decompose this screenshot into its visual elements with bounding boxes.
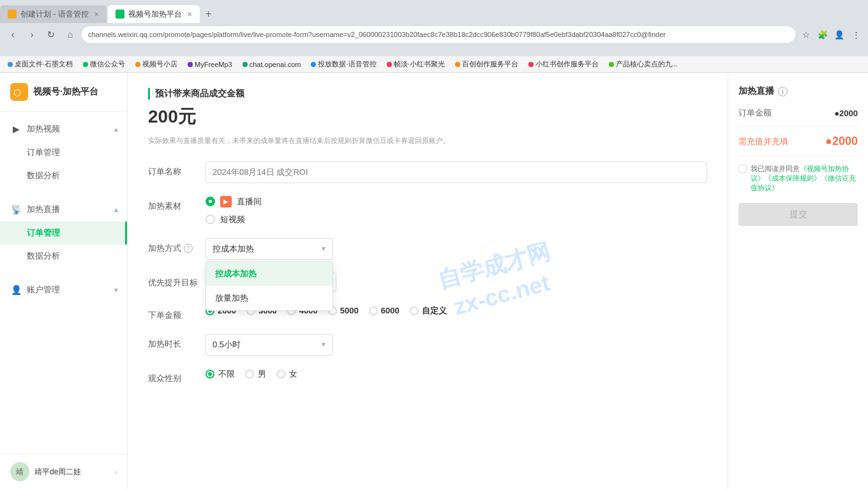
- logo-icon: ⬡: [10, 83, 28, 101]
- gender-label-female: 女: [289, 368, 297, 380]
- material-short-video-radio[interactable]: [206, 214, 215, 224]
- sidebar-item-heat-live[interactable]: 📡 加热直播 ▲: [0, 197, 127, 222]
- tab-close-2[interactable]: ✕: [187, 11, 192, 18]
- tab-favicon-2: [116, 10, 124, 19]
- bookmark-4[interactable]: chat.openai.com: [240, 59, 304, 70]
- duration-label: 加热时长: [148, 334, 206, 350]
- sidebar-sub-label-data-live: 数据分析: [27, 251, 60, 260]
- order-name-input[interactable]: [206, 162, 707, 183]
- live-material-icon: ▶: [220, 196, 232, 207]
- gender-female[interactable]: 女: [276, 368, 297, 380]
- sidebar-sub-order-mgmt-video[interactable]: 订单管理: [0, 141, 127, 164]
- submit-button[interactable]: 提交: [738, 203, 858, 226]
- bookmark-3[interactable]: MyFreeMp3: [185, 59, 235, 70]
- chevron-up-live-icon: ▲: [113, 206, 119, 213]
- content-wrapper: 预计带来商品成交金额 200元 实际效果与直播质量有关，未带来的成单量将在直播结…: [128, 73, 868, 489]
- bookmark-dot-8: [528, 62, 534, 67]
- extension-icon[interactable]: 🧩: [816, 27, 830, 41]
- heat-method-info-icon[interactable]: ?: [184, 244, 193, 253]
- amount-label-custom: 自定义: [422, 305, 447, 317]
- url-text: channels.weixin.qq.com/promote/pages/pla…: [88, 31, 666, 38]
- right-order-amount-value: ●2000: [834, 109, 858, 118]
- dropdown-volume[interactable]: 放量加热: [206, 286, 333, 310]
- gender-options: 不限 男 女: [206, 368, 707, 380]
- bookmark-7[interactable]: 百创创作服务平台: [453, 58, 521, 70]
- forward-button[interactable]: ›: [24, 27, 40, 42]
- sidebar-sub-order-mgmt-live[interactable]: 订单管理: [0, 222, 127, 244]
- amount-radio-custom[interactable]: [410, 306, 419, 315]
- sidebar-item-heat-video[interactable]: ▶ 加热视频 ▲: [0, 117, 127, 141]
- new-tab-button[interactable]: +: [200, 5, 218, 23]
- tab-2[interactable]: 视频号加热平台 ✕: [108, 5, 200, 23]
- gender-label-no-limit: 不限: [218, 368, 235, 380]
- order-name-row: 订单名称: [148, 162, 707, 183]
- bookmark-5[interactable]: 投放数据·语音管控: [308, 58, 378, 70]
- material-live-label: 直播间: [237, 196, 262, 207]
- dropdown-cost-control[interactable]: 控成本加热: [206, 262, 333, 286]
- chevron-right-user-icon: ›: [115, 469, 117, 476]
- bookmark-8[interactable]: 小红书创作服务平台: [526, 58, 601, 70]
- right-panel-recharge-row: 需充值并充填 ●2000: [738, 135, 858, 148]
- chevron-down-duration-icon: ▼: [320, 341, 327, 348]
- right-panel: 加热直播 i 订单金额 ●2000 需充值并充填 ●2000 我已阅读并同意《视…: [728, 73, 868, 489]
- url-input[interactable]: channels.weixin.qq.com/promote/pages/pla…: [82, 26, 795, 43]
- bookmark-1[interactable]: 微信公众号: [80, 58, 128, 70]
- bookmark-label-7: 百创创作服务平台: [462, 59, 518, 69]
- bookmark-label-2: 视频号小店: [142, 59, 177, 69]
- bookmark-label-3: MyFreeMp3: [195, 61, 232, 68]
- heat-method-row: 加热方式 ? 控成本加热 ▼ 控成本加热 放量加热: [148, 238, 707, 260]
- material-label: 加热素材: [148, 196, 206, 212]
- bookmark-dot-9: [609, 62, 614, 67]
- material-short-video-option[interactable]: 短视频: [206, 214, 707, 225]
- material-options: ▶ 直播间 短视频: [206, 196, 707, 225]
- amount-radio-6000[interactable]: [369, 306, 378, 315]
- avatar-text: 靖: [16, 467, 24, 478]
- tab-close-1[interactable]: ✕: [94, 11, 99, 18]
- gender-radio-no-limit[interactable]: [206, 370, 214, 379]
- bookmark-label-5: 投放数据·语音管控: [318, 59, 376, 69]
- right-panel-title: 加热直播 i: [738, 86, 858, 97]
- sidebar: ⬡ 视频号·加热平台 ▶ 加热视频 ▲ 订单管理 数据分析 📡 加热直播 ▲: [0, 73, 128, 489]
- amount-label-5000: 5000: [340, 306, 359, 315]
- agreement-link-2[interactable]: 《成本保障规则》: [765, 174, 821, 182]
- material-live-radio[interactable]: [206, 197, 215, 206]
- bookmark-dot-2: [135, 62, 140, 67]
- agreement-checkbox[interactable]: [738, 165, 747, 173]
- bookmark-6[interactable]: 帧淡·小红书聚光: [384, 58, 447, 70]
- amount-option-custom[interactable]: 自定义: [410, 305, 447, 317]
- right-divider-2: [738, 156, 858, 156]
- bookmark-2[interactable]: 视频号小店: [133, 58, 180, 70]
- back-button[interactable]: ‹: [5, 27, 20, 42]
- gender-radio-male[interactable]: [245, 370, 254, 379]
- bookmark-dot-4: [243, 62, 248, 67]
- heat-method-select[interactable]: 控成本加热 ▼: [206, 238, 333, 260]
- material-live-option[interactable]: ▶ 直播间: [206, 196, 707, 207]
- app-container: ⬡ 视频号·加热平台 ▶ 加热视频 ▲ 订单管理 数据分析 📡 加热直播 ▲: [0, 73, 868, 489]
- material-short-video-label: 短视频: [220, 214, 245, 225]
- bookmark-0[interactable]: 桌面文件·石墨文档: [5, 58, 75, 70]
- reload-button[interactable]: ↻: [43, 27, 59, 42]
- live-icon: 📡: [10, 204, 22, 215]
- content-panel: 预计带来商品成交金额 200元 实际效果与直播质量有关，未带来的成单量将在直播结…: [128, 73, 728, 489]
- duration-select[interactable]: 0.5小时: [206, 334, 333, 356]
- tab-1[interactable]: 创建计划 - 语音管控 ✕: [0, 5, 107, 23]
- user-profile-icon[interactable]: 👤: [832, 27, 846, 41]
- settings-icon[interactable]: ⋮: [849, 27, 863, 41]
- star-icon[interactable]: ☆: [799, 27, 813, 41]
- user-name: 靖平de周二娃: [34, 467, 115, 478]
- gender-radio-female[interactable]: [276, 370, 285, 379]
- sidebar-sub-data-analysis-live[interactable]: 数据分析: [0, 244, 127, 267]
- sidebar-user[interactable]: 靖 靖平de周二娃 ›: [0, 454, 127, 489]
- home-button[interactable]: ⌂: [63, 27, 78, 42]
- right-order-amount-label: 订单金额: [738, 107, 772, 119]
- amount-option-6000[interactable]: 6000: [369, 306, 400, 315]
- gender-male[interactable]: 男: [245, 368, 266, 380]
- sidebar-item-account-mgmt[interactable]: 👤 账户管理 ▼: [0, 278, 127, 302]
- right-divider: [738, 126, 858, 127]
- bookmark-9[interactable]: 产品核心卖点的九...: [606, 58, 680, 70]
- gender-no-limit[interactable]: 不限: [206, 368, 235, 380]
- right-panel-info-icon[interactable]: i: [778, 87, 788, 96]
- sidebar-sub-data-analysis-video[interactable]: 数据分析: [0, 164, 127, 187]
- duration-row: 加热时长 0.5小时 ▼: [148, 334, 707, 356]
- material-row: 加热素材 ▶ 直播间 短视频: [148, 196, 707, 225]
